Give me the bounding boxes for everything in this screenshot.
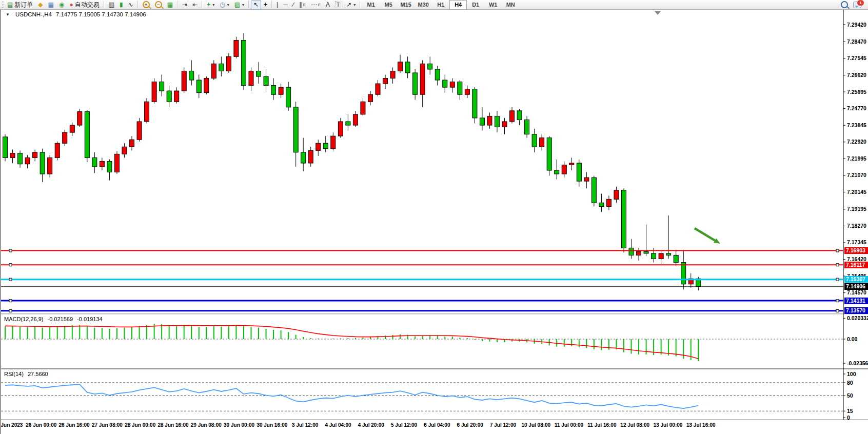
time-axis-label: 7 Jul 12:00 xyxy=(490,422,517,428)
candle xyxy=(70,125,74,132)
candle xyxy=(353,114,358,125)
line-selection-handle[interactable] xyxy=(9,264,12,266)
line-selection-handle[interactable] xyxy=(836,264,839,266)
candle xyxy=(547,138,551,170)
candle xyxy=(40,152,45,174)
line-chart-icon: ∿ xyxy=(128,2,133,8)
timeframe-button-m30[interactable]: M30 xyxy=(415,0,432,10)
horizontal-line-button[interactable]: ─ xyxy=(281,0,290,10)
candle xyxy=(644,251,648,253)
chart-window[interactable]: 7.294207.284707.275457.266207.256957.247… xyxy=(0,10,868,434)
templates-button[interactable]: ▧ ▾ xyxy=(232,0,247,10)
candlestick-chart-button[interactable]: ▮ xyxy=(117,0,126,10)
trend-line-button[interactable]: ∕ xyxy=(290,0,297,10)
candle xyxy=(458,82,462,95)
equidistant-channel-button[interactable]: ∥ E xyxy=(297,0,308,10)
candle xyxy=(271,86,276,95)
timeframe-button-m1[interactable]: M1 xyxy=(362,0,380,10)
search-button[interactable] xyxy=(838,0,851,10)
candle xyxy=(77,112,82,125)
annotation-arrow[interactable] xyxy=(695,228,715,241)
price-axis-label: 7.18270 xyxy=(847,223,866,229)
rsi-axis-label: 0 xyxy=(847,415,850,421)
candle xyxy=(420,64,425,94)
toolbar-separator xyxy=(248,1,249,9)
timeframe-button-w1[interactable]: W1 xyxy=(484,0,502,10)
candle xyxy=(241,41,246,86)
chart-menu-dropdown-icon[interactable]: ▼ xyxy=(4,12,11,17)
candle xyxy=(3,137,8,157)
fibo-channel-button[interactable]: ⋯ F xyxy=(308,0,323,10)
crosshair-button[interactable]: + xyxy=(261,0,270,10)
price-axis-label: 7.15495 xyxy=(847,273,866,279)
line-selection-handle[interactable] xyxy=(836,249,839,252)
indicators-button[interactable]: + ▾ xyxy=(204,0,217,10)
candle xyxy=(308,150,313,163)
price-axis-label: 7.16420 xyxy=(847,256,866,262)
notifications-button[interactable]: 1 xyxy=(851,0,864,10)
line-selection-handle[interactable] xyxy=(9,249,12,252)
candle xyxy=(33,152,37,158)
auto-scroll-button[interactable]: ⇥ xyxy=(180,0,190,10)
candle xyxy=(606,199,611,206)
arrows-tool-button[interactable]: ↗ ▾ xyxy=(344,0,358,10)
line-selection-handle[interactable] xyxy=(836,309,839,312)
timeframe-button-h1[interactable]: H1 xyxy=(432,0,449,10)
trend-line-icon: ∕ xyxy=(293,2,294,8)
line-selection-handle[interactable] xyxy=(836,278,839,281)
timeframe-button-mn[interactable]: MN xyxy=(502,0,519,10)
candle xyxy=(666,253,671,255)
candle xyxy=(413,73,418,94)
candle xyxy=(674,255,678,262)
candle xyxy=(130,140,134,147)
quotes-button[interactable]: ◆ xyxy=(35,0,45,10)
text-button[interactable]: A xyxy=(323,0,332,10)
rsi-axis-label: 80 xyxy=(847,380,853,386)
timeframe-button-d1[interactable]: D1 xyxy=(467,0,484,10)
templates-icon: ▧ xyxy=(234,2,240,8)
candle xyxy=(480,118,484,125)
fibo-channel-icon: ⋯ xyxy=(311,2,317,8)
timeframe-button-m5[interactable]: M5 xyxy=(380,0,397,10)
price-axis-label: 7.23845 xyxy=(847,122,866,128)
candle xyxy=(122,147,127,154)
candle xyxy=(55,143,60,157)
line-selection-handle[interactable] xyxy=(9,300,12,302)
candle xyxy=(18,153,23,164)
candle xyxy=(189,71,194,80)
candle xyxy=(405,62,410,73)
timeframe-button-h4[interactable]: H4 xyxy=(449,0,467,10)
candle xyxy=(107,161,112,172)
candle xyxy=(346,122,350,125)
zoom-out-button[interactable]: − xyxy=(152,0,165,10)
tile-windows-button[interactable]: ▦ xyxy=(165,0,175,10)
periods-button[interactable]: ◷ ▾ xyxy=(217,0,232,10)
zoom-in-button[interactable]: + xyxy=(140,0,152,10)
candle xyxy=(167,91,171,102)
chevron-down-icon: ▾ xyxy=(242,3,244,7)
toolbar-separator xyxy=(104,1,105,9)
chart-window-button[interactable]: ▦ xyxy=(46,0,56,10)
chart-shift-button[interactable]: ⇤ xyxy=(190,0,200,10)
text-label-button[interactable]: T xyxy=(332,0,344,10)
signal-button[interactable]: ◉ xyxy=(56,0,67,10)
price-axis-label: 7.20145 xyxy=(847,189,866,195)
line-selection-handle[interactable] xyxy=(836,300,839,302)
auto-trading-button[interactable]: ● 自动交易 xyxy=(67,0,102,10)
vertical-line-button[interactable]: | xyxy=(274,0,281,10)
price-chart-svg[interactable]: 7.294207.284707.275457.266207.256957.247… xyxy=(1,10,868,434)
signal-icon: ◉ xyxy=(59,2,64,8)
bar-chart-button[interactable]: ▥ xyxy=(106,0,117,10)
line-selection-handle[interactable] xyxy=(9,309,12,312)
new-order-button[interactable]: ▤ 新订单 xyxy=(5,0,35,10)
candle xyxy=(652,253,656,259)
line-chart-button[interactable]: ∿ xyxy=(126,0,136,10)
time-axis-label: 30 Jun 00:00 xyxy=(224,422,254,428)
candle xyxy=(137,122,142,140)
candle xyxy=(629,248,634,255)
cursor-button[interactable]: ↖ xyxy=(251,0,261,10)
line-selection-handle[interactable] xyxy=(9,278,12,281)
timeframe-button-m15[interactable]: M15 xyxy=(397,0,415,10)
time-axis-label: 26 Jun 16:00 xyxy=(59,422,90,428)
time-axis-label: 26 Jun 00:00 xyxy=(26,422,56,428)
